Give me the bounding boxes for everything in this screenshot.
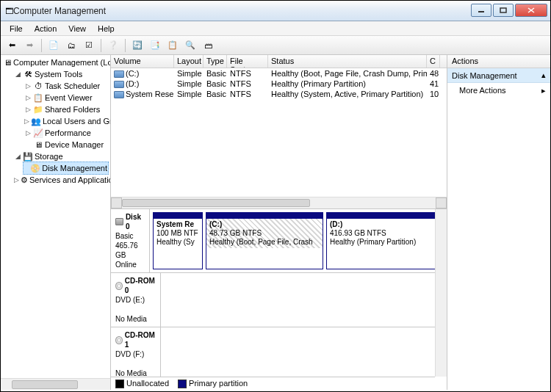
disk-mgmt-icon: 📀 [30, 163, 40, 173]
show-hide-button[interactable]: 🗂 [63, 37, 79, 54]
disk-info: CD-ROM 1 DVD (F:) No Media [111, 327, 161, 381]
actions-pane: Actions Disk Management▴ More Actions▸ [447, 55, 550, 390]
tree-disk-management[interactable]: 📀Disk Management [23, 161, 109, 175]
chevron-right-icon: ▸ [541, 86, 546, 95]
tree-scrollbar[interactable] [1, 378, 110, 390]
tree-root[interactable]: 🖥Computer Management (Local [2, 57, 109, 68]
users-icon: 👥 [31, 116, 41, 126]
legend-swatch-unallocated [115, 380, 124, 388]
app-icon: 🗔 [5, 7, 13, 15]
tool-button-4[interactable]: 🗃 [200, 37, 216, 54]
expand-icon[interactable]: ▷ [24, 80, 32, 92]
up-button[interactable]: 📄 [46, 37, 62, 54]
properties-button[interactable]: ☑ [81, 37, 97, 54]
collapse-icon: ▴ [541, 70, 546, 80]
services-icon: ⚙ [21, 175, 28, 185]
toolbar: ⬅ ➡ 📄 🗂 ☑ ❔ 🔄 📑 📋 🔍 🗃 [1, 36, 550, 55]
tree-shared-folders[interactable]: ▷📁Shared Folders [23, 104, 109, 115]
svg-rect-1 [500, 8, 506, 12]
disk-row[interactable]: CD-ROM 0 DVD (E:) No Media [111, 273, 447, 327]
disk-vscrollbar[interactable] [435, 209, 447, 377]
tree-task-scheduler[interactable]: ▷⏱Task Scheduler [23, 80, 109, 92]
nav-tree[interactable]: 🖥Computer Management (Local ◢🛠System Too… [1, 55, 111, 390]
volume-row[interactable]: (C:) Simple Basic NTFS Healthy (Boot, Pa… [111, 68, 447, 79]
disk-row[interactable]: CD-ROM 1 DVD (F:) No Media [111, 327, 447, 381]
actions-title: Actions [447, 55, 550, 68]
legend-swatch-primary [178, 380, 187, 388]
tool-button-2[interactable]: 📋 [165, 37, 181, 54]
minimize-button[interactable] [471, 4, 491, 17]
col-filesystem[interactable]: File System [227, 55, 268, 68]
menu-action[interactable]: Action [29, 23, 63, 35]
grid-scrollbar[interactable] [111, 197, 447, 208]
back-button[interactable]: ⬅ [4, 37, 20, 54]
menu-view[interactable]: View [62, 23, 92, 35]
forward-button[interactable]: ➡ [21, 37, 37, 54]
expand-icon[interactable]: ▷ [24, 92, 32, 104]
col-type[interactable]: Type [204, 55, 227, 68]
partition[interactable]: (D:)416.93 GB NTFSHealthy (Primary Parti… [326, 212, 444, 269]
folder-icon: 📁 [33, 104, 43, 115]
perf-icon: 📈 [33, 128, 43, 138]
expand-icon[interactable]: ▷ [24, 115, 29, 127]
expand-icon[interactable]: ▷ [14, 174, 19, 186]
col-layout[interactable]: Layout [174, 55, 204, 68]
tree-performance[interactable]: ▷📈Performance [23, 127, 109, 139]
actions-section[interactable]: Disk Management▴ [447, 68, 550, 83]
volume-icon [114, 91, 124, 98]
volume-icon [114, 81, 124, 88]
collapse-icon[interactable]: ◢ [14, 68, 21, 80]
tool-button-1[interactable]: 📑 [147, 37, 163, 54]
col-volume[interactable]: Volume [111, 55, 174, 68]
volume-grid[interactable]: (C:) Simple Basic NTFS Healthy (Boot, Pa… [111, 68, 447, 99]
help-button[interactable]: ❔ [105, 37, 121, 54]
refresh-button[interactable]: 🔄 [129, 37, 145, 54]
volume-icon [114, 70, 124, 78]
device-icon: 🖥 [33, 139, 43, 150]
partition[interactable]: (C:)48.73 GB NTFSHealthy (Boot, Page Fil… [206, 212, 323, 269]
actions-more[interactable]: More Actions▸ [447, 83, 550, 98]
volume-grid-header: Volume Layout Type File System Status C [111, 55, 447, 68]
cdrom-icon [115, 282, 123, 290]
expand-icon[interactable]: ▷ [24, 127, 32, 139]
menu-help[interactable]: Help [92, 23, 120, 35]
tools-icon: 🛠 [23, 69, 33, 79]
disk-row[interactable]: Disk 0 Basic 465.76 GB Online System Re1… [111, 209, 447, 273]
tree-local-users[interactable]: ▷👥Local Users and Groups [23, 115, 109, 127]
tree-storage[interactable]: ◢💾Storage [12, 150, 109, 162]
col-status[interactable]: Status [268, 55, 427, 68]
computer-icon: 🖥 [4, 57, 12, 68]
tree-device-manager[interactable]: 🖥Device Manager [23, 139, 109, 150]
main-pane: Volume Layout Type File System Status C … [111, 55, 447, 390]
cdrom-icon [115, 336, 123, 344]
legend: Unallocated Primary partition [111, 377, 435, 390]
expand-icon[interactable]: ▷ [24, 104, 32, 115]
menubar: File Action View Help [1, 21, 550, 36]
disk-icon [115, 218, 123, 225]
volume-row[interactable]: (D:) Simple Basic NTFS Healthy (Primary … [111, 79, 447, 89]
partition[interactable]: System Re100 MB NTFHealthy (Sy [153, 212, 203, 269]
titlebar: 🗔 Computer Management [1, 1, 550, 21]
disk-info: Disk 0 Basic 465.76 GB Online [111, 209, 150, 272]
tree-system-tools[interactable]: ◢🛠System Tools [12, 68, 109, 80]
tree-event-viewer[interactable]: ▷📋Event Viewer [23, 92, 109, 104]
window-title: Computer Management [13, 6, 469, 16]
storage-icon: 💾 [23, 151, 33, 161]
col-capacity[interactable]: C [427, 55, 440, 68]
tree-services[interactable]: ▷⚙Services and Applications [12, 174, 109, 186]
close-button[interactable] [515, 4, 547, 17]
event-icon: 📋 [33, 92, 43, 103]
disk-info: CD-ROM 0 DVD (E:) No Media [111, 273, 161, 327]
collapse-icon[interactable]: ◢ [14, 150, 21, 162]
menu-file[interactable]: File [4, 23, 29, 35]
maximize-button[interactable] [493, 4, 514, 17]
scheduler-icon: ⏱ [33, 81, 43, 91]
volume-row[interactable]: System Reserved Simple Basic NTFS Health… [111, 89, 447, 99]
disk-graphic-pane: Disk 0 Basic 465.76 GB Online System Re1… [111, 209, 447, 390]
tool-button-3[interactable]: 🔍 [182, 37, 198, 54]
